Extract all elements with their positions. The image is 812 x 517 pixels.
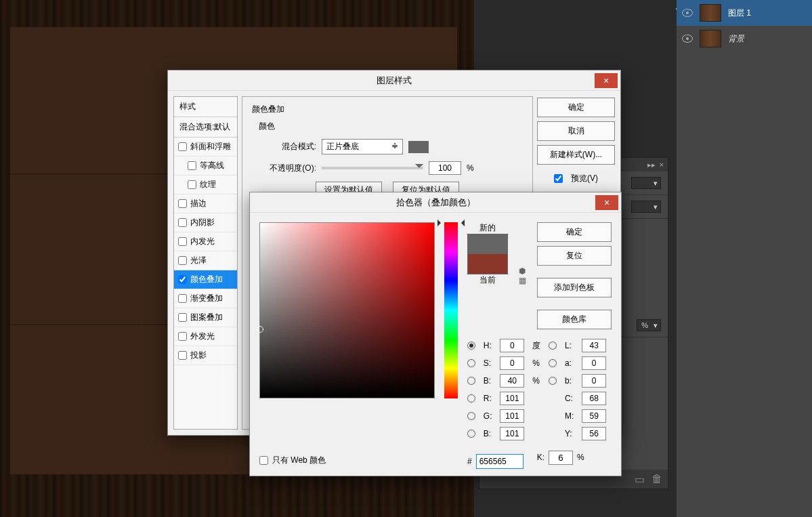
style-item-gradient-overlay[interactable]: 渐变叠加	[174, 289, 237, 308]
checkbox[interactable]	[178, 256, 187, 265]
trash-icon[interactable]: 🗑	[651, 474, 662, 484]
radio-b[interactable]	[467, 377, 475, 385]
input-a[interactable]	[582, 356, 606, 370]
color-cursor[interactable]	[257, 326, 263, 333]
layers-panel: 图层 1 背景	[677, 0, 812, 517]
style-item-outer-glow[interactable]: 外发光	[174, 327, 237, 346]
close-icon[interactable]: ×	[660, 161, 664, 169]
radio-h[interactable]	[467, 342, 475, 350]
radio-bb[interactable]	[467, 430, 475, 438]
input-bb[interactable]	[500, 427, 524, 440]
input-g[interactable]	[500, 409, 524, 423]
checkbox[interactable]	[178, 275, 187, 284]
color-compare[interactable]	[467, 234, 508, 274]
checkbox[interactable]	[178, 218, 187, 227]
style-item-bevel[interactable]: 斜面和浮雕	[174, 138, 237, 157]
style-item-pattern-overlay[interactable]: 图案叠加	[174, 308, 237, 327]
dialog-titlebar[interactable]: 拾色器（叠加颜色） ×	[250, 192, 621, 213]
hex-row: #	[467, 454, 523, 469]
new-color	[468, 234, 507, 254]
new-style-button[interactable]: 新建样式(W)...	[537, 145, 615, 165]
blend-mode-row: 混合模式: 正片叠底≑	[252, 139, 523, 154]
hue-slider[interactable]	[444, 222, 458, 398]
style-item-satin[interactable]: 光泽	[174, 251, 237, 270]
layer-row[interactable]: 背景	[677, 26, 812, 51]
radio-a[interactable]	[549, 359, 557, 367]
hex-input[interactable]	[476, 454, 523, 469]
styles-header[interactable]: 样式	[174, 97, 237, 117]
layer-row[interactable]: 图层 1	[677, 0, 812, 26]
new-icon[interactable]: ▭	[634, 474, 645, 484]
checkbox[interactable]	[178, 294, 187, 303]
ok-button[interactable]: 确定	[537, 98, 615, 117]
visibility-icon[interactable]	[682, 9, 693, 17]
close-button[interactable]: ×	[595, 73, 618, 88]
cancel-button[interactable]: 取消	[537, 121, 615, 141]
input-s[interactable]	[500, 356, 524, 370]
new-current-swatch: 新的 当前	[467, 222, 508, 323]
saturation-field[interactable]	[259, 222, 435, 398]
checkbox[interactable]	[178, 237, 187, 246]
checkbox[interactable]	[178, 142, 187, 151]
opacity-row: 不透明度(O): %	[252, 161, 523, 175]
overlay-color-swatch[interactable]	[408, 141, 429, 153]
radio-r[interactable]	[467, 394, 475, 402]
web-only-checkbox[interactable]	[259, 456, 268, 465]
style-item-stroke[interactable]: 描边	[174, 194, 237, 213]
input-r[interactable]	[500, 392, 524, 405]
preview-checkbox[interactable]	[554, 174, 563, 183]
style-item-contour[interactable]: 等高线	[174, 157, 237, 175]
dropdown[interactable]	[631, 201, 661, 213]
checkbox[interactable]	[188, 161, 196, 170]
input-y[interactable]	[582, 427, 606, 440]
radio-b2[interactable]	[549, 377, 557, 385]
style-list: 样式 混合选项:默认 斜面和浮雕 等高线 纹理 描边 内阴影 内发光 光泽 颜色…	[173, 96, 238, 430]
radio-l[interactable]	[549, 342, 557, 350]
radio-g[interactable]	[467, 412, 475, 420]
visibility-icon[interactable]	[682, 35, 693, 43]
input-b2[interactable]	[582, 374, 606, 388]
blend-mode-select[interactable]: 正片叠底≑	[322, 139, 403, 154]
unit-pct: %	[577, 453, 584, 462]
collapse-icon[interactable]: ▸▸	[647, 161, 656, 169]
blend-default[interactable]: 混合选项:默认	[174, 117, 237, 138]
opacity-slider[interactable]	[322, 167, 423, 169]
style-item-inner-glow[interactable]: 内发光	[174, 232, 237, 251]
input-m[interactable]	[582, 409, 606, 423]
percent-label: %	[467, 163, 474, 173]
style-item-color-overlay[interactable]: 颜色叠加	[174, 270, 237, 289]
radio-s[interactable]	[467, 359, 475, 367]
opacity-input[interactable]	[429, 161, 461, 175]
color-libraries-button[interactable]: 颜色库	[537, 310, 612, 329]
dialog-titlebar[interactable]: 图层样式 ×	[168, 70, 620, 91]
checkbox[interactable]	[188, 180, 196, 189]
close-button[interactable]: ×	[595, 195, 618, 210]
k-row: K: %	[537, 451, 584, 465]
style-item-inner-shadow[interactable]: 内阴影	[174, 213, 237, 232]
dropdown[interactable]	[631, 177, 661, 189]
add-swatch-button[interactable]: 添加到色板	[537, 278, 612, 297]
checkbox[interactable]	[178, 199, 187, 208]
preview-label: 预览(V)	[571, 173, 598, 184]
checkbox[interactable]	[178, 313, 187, 322]
unit-pct: %	[532, 358, 546, 368]
dialog-title: 拾色器（叠加颜色）	[396, 197, 475, 209]
checkbox[interactable]	[178, 351, 187, 360]
checkbox[interactable]	[178, 332, 187, 341]
input-h[interactable]	[500, 339, 524, 352]
input-b[interactable]	[500, 374, 524, 388]
input-k[interactable]	[549, 451, 573, 465]
dropdown[interactable]: %	[637, 319, 661, 331]
new-label: 新的	[479, 222, 496, 234]
input-l[interactable]	[582, 339, 606, 352]
style-item-drop-shadow[interactable]: 投影	[174, 346, 237, 365]
style-item-texture[interactable]: 纹理	[174, 175, 237, 194]
ok-button[interactable]: 确定	[537, 222, 612, 242]
web-only-label: 只有 Web 颜色	[272, 455, 326, 466]
hex-label: #	[467, 457, 472, 466]
cube-icon[interactable]: ⬢▦	[519, 266, 526, 285]
reset-button[interactable]: 复位	[537, 246, 612, 266]
layer-name: 图层 1	[728, 7, 751, 19]
hue-indicator[interactable]	[440, 220, 463, 225]
input-c[interactable]	[582, 392, 606, 405]
